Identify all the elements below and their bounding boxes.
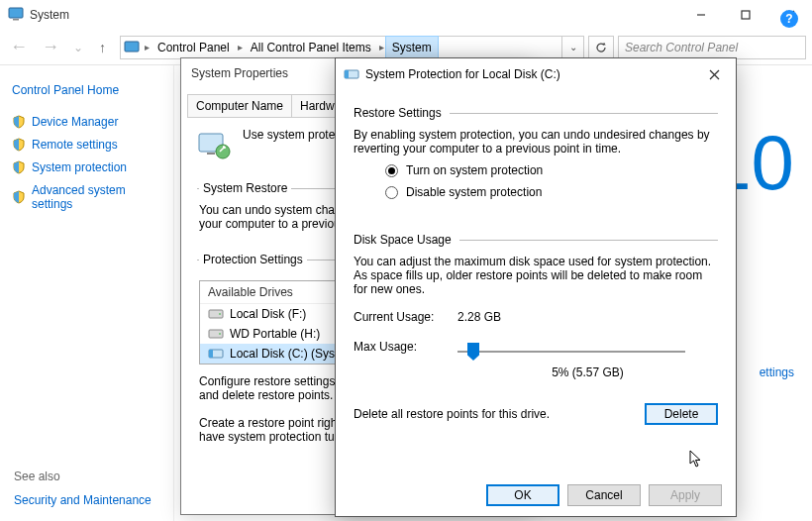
recent-locations-dropdown[interactable]: ⌄ [69, 39, 87, 56]
sidebar-label: Advanced system settings [32, 183, 161, 211]
restore-settings-label: Restore Settings [354, 106, 442, 120]
svg-point-13 [219, 333, 221, 335]
disk-usage-section: Disk Space Usage [354, 233, 718, 247]
delete-restore-points-text: Delete all restore points for this drive… [354, 407, 635, 421]
system-restore-legend: System Restore [199, 181, 291, 195]
tab-computer-name[interactable]: Computer Name [187, 94, 292, 117]
system-protection-large-icon [197, 128, 233, 163]
radio-icon [385, 186, 398, 199]
radio-disable-protection[interactable]: Disable system protection [385, 185, 718, 199]
max-usage-label: Max Usage: [354, 340, 457, 379]
radio-label: Disable system protection [406, 185, 542, 199]
sidebar-label: Device Manager [32, 115, 118, 129]
shield-icon [12, 138, 26, 152]
svg-rect-8 [207, 153, 215, 155]
sidebar-device-manager[interactable]: Device Manager [12, 115, 161, 129]
control-panel-home-link[interactable]: Control Panel Home [12, 83, 161, 97]
radio-icon [385, 164, 398, 177]
drive-system-icon [208, 348, 224, 360]
protection-settings-legend: Protection Settings [199, 253, 307, 266]
svg-rect-0 [9, 8, 23, 18]
svg-rect-1 [13, 19, 19, 21]
sidebar-label: System protection [32, 160, 127, 174]
system-icon-small [121, 41, 143, 54]
system-window-title-bar: System [0, 0, 812, 30]
ok-button[interactable]: OK [486, 484, 559, 506]
security-and-maintenance-link[interactable]: Security and Maintenance [14, 493, 152, 507]
current-usage-label: Current Usage: [354, 310, 457, 324]
svg-rect-15 [209, 350, 213, 358]
sidebar-advanced-settings[interactable]: Advanced system settings [12, 183, 161, 211]
crumb-sep-icon: ▸ [377, 42, 386, 52]
radio-label: Turn on system protection [406, 163, 543, 177]
drive-system-icon [344, 68, 359, 80]
max-usage-caption: 5% (5.57 GB) [457, 365, 718, 379]
crumb-sep-icon: ▸ [236, 42, 245, 52]
current-usage-value: 2.28 GB [457, 310, 718, 324]
minimize-button[interactable] [678, 0, 723, 30]
shield-icon [12, 160, 26, 174]
window-title: System [30, 8, 678, 22]
drive-label: Local Disk (F:) [230, 307, 306, 321]
see-also-heading: See also [14, 469, 152, 483]
sidebar: Control Panel Home Device Manager Remote… [0, 65, 173, 521]
system-protection-title: System Protection for Local Disk (C:) [365, 67, 700, 81]
change-settings-link-fragment[interactable]: ettings [760, 365, 794, 379]
disk-usage-description: You can adjust the maximum disk space us… [354, 255, 718, 296]
system-protection-title-bar[interactable]: System Protection for Local Disk (C:) [336, 58, 736, 90]
sidebar-remote-settings[interactable]: Remote settings [12, 138, 161, 152]
dialog-close-button[interactable] [700, 64, 728, 84]
apply-button[interactable]: Apply [649, 484, 722, 506]
shield-icon [12, 115, 26, 129]
dialog-button-row: OK Cancel Apply [336, 474, 736, 516]
help-button[interactable]: ? [780, 10, 798, 28]
search-input[interactable]: Search Control Panel [618, 36, 806, 59]
back-button[interactable]: ← [6, 35, 32, 59]
refresh-button[interactable] [588, 36, 614, 59]
address-bar[interactable]: ▸ Control Panel ▸ All Control Panel Item… [120, 36, 584, 59]
system-protection-dialog: System Protection for Local Disk (C:) Re… [335, 57, 737, 517]
up-button[interactable]: ↑ [93, 38, 112, 57]
sidebar-system-protection[interactable]: System protection [12, 160, 161, 174]
sidebar-label: Remote settings [32, 138, 118, 152]
system-icon [8, 7, 24, 24]
maximize-button[interactable] [723, 0, 767, 30]
crumb-sep-icon[interactable]: ▸ [143, 42, 152, 52]
breadcrumb-all-items[interactable]: All Control Panel Items [245, 37, 377, 58]
drive-icon [208, 308, 224, 320]
drive-label: WD Portable (H:) [230, 327, 320, 341]
restore-settings-description: By enabling system protection, you can u… [354, 128, 718, 156]
restore-settings-section: Restore Settings [354, 106, 718, 120]
breadcrumb-control-panel[interactable]: Control Panel [152, 37, 236, 58]
svg-rect-17 [345, 70, 349, 78]
disk-usage-label: Disk Space Usage [354, 233, 452, 247]
drive-icon [208, 328, 224, 340]
svg-rect-3 [742, 11, 750, 19]
svg-rect-6 [125, 42, 139, 52]
delete-button[interactable]: Delete [645, 403, 718, 425]
radio-turn-on-protection[interactable]: Turn on system protection [385, 163, 718, 177]
address-dropdown-icon[interactable]: ⌄ [561, 37, 583, 58]
slider-thumb-icon[interactable] [467, 343, 479, 361]
breadcrumb-system[interactable]: System [386, 37, 438, 58]
cancel-button[interactable]: Cancel [567, 484, 641, 506]
forward-button[interactable]: → [38, 35, 63, 59]
shield-icon [12, 190, 26, 204]
svg-point-11 [219, 313, 221, 315]
max-usage-slider[interactable] [457, 342, 685, 362]
